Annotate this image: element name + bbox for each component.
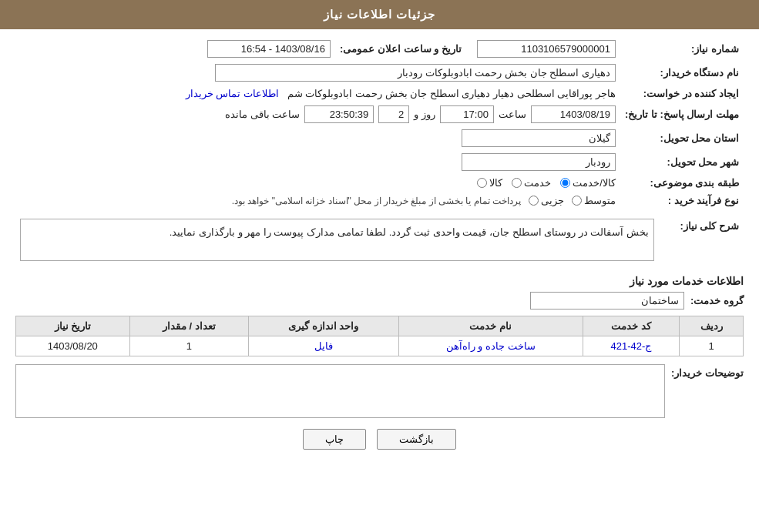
mohlat-time-label: ساعت xyxy=(499,109,526,120)
mohlat-roz: 2 xyxy=(378,105,409,123)
buttons-row: بازگشت چاپ xyxy=(15,429,744,450)
noe-farayand-label: نوع فرآیند خرید : xyxy=(620,192,744,209)
ostan-label: استان محل تحویل: xyxy=(620,126,744,150)
tarikh-elan-label: تاریخ و ساعت اعلان عمومی: xyxy=(335,37,466,61)
cell-code: ج-42-421 xyxy=(583,336,680,356)
radio-khadamat[interactable]: خدمت xyxy=(512,177,551,189)
tarikh-elan-value: 1403/08/16 - 16:54 xyxy=(207,40,331,58)
cell-unit: فایل xyxy=(249,336,399,356)
ijad-value: هاجر پوراقایی اسطلحی دهیار دهیاری اسطلح … xyxy=(287,88,616,99)
page-header: جزئیات اطلاعات نیاز xyxy=(0,0,759,29)
group-service-value: ساختمان xyxy=(530,292,684,309)
radio-motavaset-label: متوسط xyxy=(584,195,616,206)
radio-kala-label: کالا xyxy=(489,177,502,189)
cell-count: 1 xyxy=(129,336,248,356)
col-name: نام خدمت xyxy=(398,316,583,336)
radio-kala-khadamat[interactable]: کالا/خدمت xyxy=(560,177,616,189)
sharh-table: شرح کلی نیاز: بخش آسفالت در روستای اسطلح… xyxy=(15,216,744,264)
mohlat-remaining-label: ساعت باقی مانده xyxy=(225,109,300,120)
col-radif: ردیف xyxy=(680,316,744,336)
col-unit: واحد اندازه گیری xyxy=(249,316,399,336)
shahr-value: رودبار xyxy=(462,153,616,171)
cell-date: 1403/08/20 xyxy=(16,336,130,356)
radio-jozii-label: جزیی xyxy=(541,195,564,206)
print-button[interactable]: چاپ xyxy=(303,429,366,450)
shomara-niaz-value: 1103106579000001 xyxy=(477,40,616,58)
page-title: جزئیات اطلاعات نیاز xyxy=(324,8,435,21)
sharh-value: بخش آسفالت در روستای اسطلح جان، قیمت واح… xyxy=(20,219,654,261)
shomara-niaz-label: شماره نیاز: xyxy=(620,37,744,61)
col-date: تاریخ نیاز xyxy=(16,316,130,336)
info-table: شماره نیاز: 1103106579000001 تاریخ و ساع… xyxy=(15,37,744,209)
radio-khadamat-label: خدمت xyxy=(524,177,551,189)
tabaqe-label: طبقه بندی موضوعی: xyxy=(620,174,744,192)
buyer-notes-input[interactable] xyxy=(15,364,665,418)
ijad-link[interactable]: اطلاعات تماس خریدار xyxy=(186,88,279,99)
buyer-notes-row: توضیحات خریدار: xyxy=(15,364,744,418)
mohlat-remaining: 23:50:39 xyxy=(304,105,374,123)
services-table: ردیف کد خدمت نام خدمت واحد اندازه گیری ت… xyxy=(15,316,744,356)
ijad-label: ایجاد کننده در خواست: xyxy=(620,85,744,102)
radio-kala[interactable]: کالا xyxy=(477,177,502,189)
mohlat-label: مهلت ارسال پاسخ: تا تاریخ: xyxy=(620,102,744,126)
shahr-label: شهر محل تحویل: xyxy=(620,150,744,174)
cell-name: ساخت جاده و راه‌آهن xyxy=(398,336,583,356)
mohlat-date: 1403/08/19 xyxy=(531,105,616,123)
group-service-label: گروه خدمت: xyxy=(690,295,744,306)
col-count: تعداد / مقدار xyxy=(129,316,248,336)
ostan-value: گیلان xyxy=(462,129,616,147)
table-row: 1 ج-42-421 ساخت جاده و راه‌آهن فایل 1 14… xyxy=(16,336,744,356)
noe-text: پرداخت تمام یا بخشی از مبلغ خریدار از مح… xyxy=(232,196,521,206)
nam-dastgah-label: نام دستگاه خریدار: xyxy=(620,61,744,85)
nam-dastgah-value: دهیاری اسطلح جان بخش رحمت ابادوبلوکات رو… xyxy=(215,64,616,82)
cell-radif: 1 xyxy=(680,336,744,356)
group-service-row: گروه خدمت: ساختمان xyxy=(15,292,744,309)
back-button[interactable]: بازگشت xyxy=(377,429,456,450)
sharh-label: شرح کلی نیاز: xyxy=(659,216,744,264)
services-title: اطلاعات خدمات مورد نیاز xyxy=(15,275,744,287)
mohlat-roz-label: روز و xyxy=(414,109,435,120)
buyer-notes-label: توضیحات خریدار: xyxy=(671,364,744,379)
col-code: کد خدمت xyxy=(583,316,680,336)
mohlat-time: 17:00 xyxy=(440,105,494,123)
radio-jozii[interactable]: جزیی xyxy=(529,195,564,206)
radio-kala-khadamat-label: کالا/خدمت xyxy=(573,177,616,189)
radio-motavaset[interactable]: متوسط xyxy=(572,195,616,206)
